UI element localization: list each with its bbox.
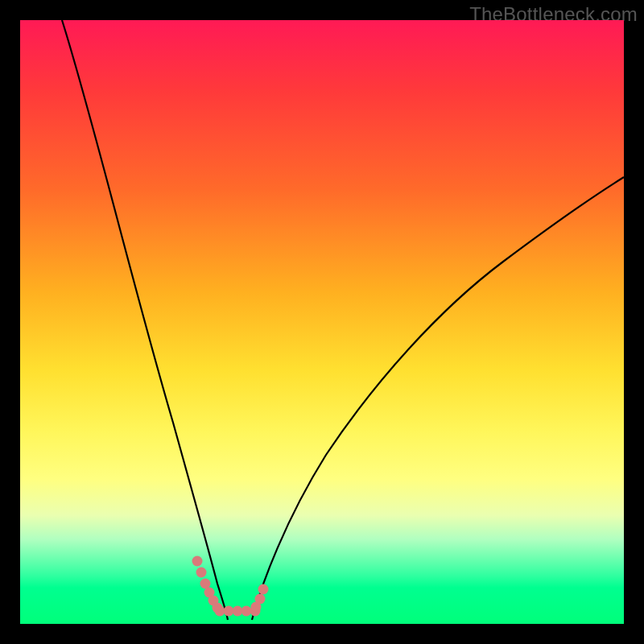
chart-svg — [20, 20, 624, 624]
marker-right-dots — [251, 584, 269, 613]
chart-frame: TheBottleneck.com — [0, 0, 644, 644]
svg-point-1 — [196, 568, 207, 578]
curve-right — [252, 177, 624, 620]
svg-point-13 — [258, 584, 269, 595]
plot-area — [20, 20, 624, 624]
svg-point-12 — [255, 594, 266, 605]
curve-left — [62, 20, 228, 620]
svg-point-0 — [192, 556, 203, 567]
